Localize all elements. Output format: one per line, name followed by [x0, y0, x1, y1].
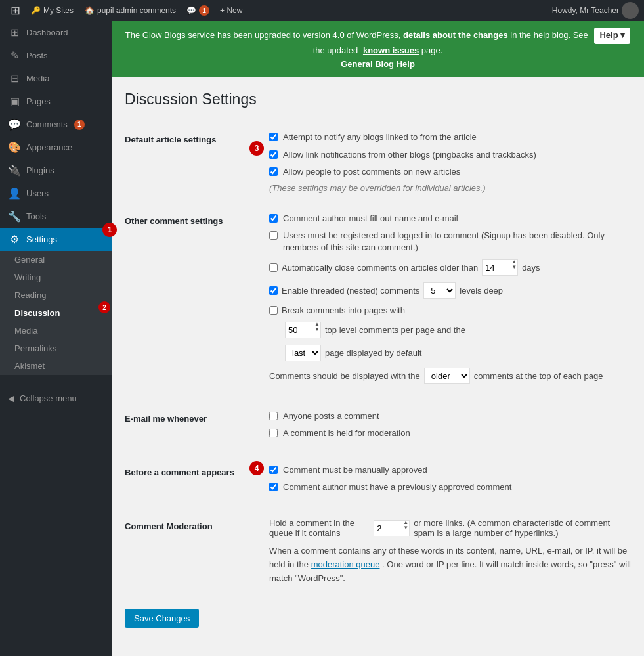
main-content: The Glow Blogs service has been upgraded…: [112, 21, 644, 656]
auto-close-label1: Automatically close comments on articles…: [282, 263, 478, 273]
notice-bar: The Glow Blogs service has been upgraded…: [112, 21, 644, 77]
anyone-posts-checkbox[interactable]: [269, 412, 278, 420]
links-count-input-wrap: ▲ ▼: [374, 520, 410, 536]
settings-submenu: General Writing Reading Discussion 2 Med…: [0, 251, 112, 375]
manually-approved-checkbox[interactable]: [269, 466, 278, 474]
sidebar-item-settings[interactable]: ⚙ Settings 1: [0, 228, 112, 251]
break-pages-checkbox[interactable]: [269, 306, 278, 315]
users-icon: 👤: [8, 187, 21, 200]
admin-bar: ⊞ 🔑 My Sites 🏠 pupil admin comments 💬 1 …: [0, 0, 644, 21]
moderation-queue-link[interactable]: moderation queue: [311, 559, 380, 569]
links-spinner-down[interactable]: ▼: [402, 525, 410, 531]
sidebar: ⊞ Dashboard ✎ Posts ⊟ Media ▣ Pages 💬 Co…: [0, 21, 112, 656]
sidebar-item-pages[interactable]: ▣ Pages: [0, 90, 112, 113]
save-changes-button[interactable]: [125, 609, 199, 628]
default-article-cell: 3 Attempt to notify any blogs linked to …: [269, 121, 631, 203]
collapse-icon: ◀: [8, 393, 14, 403]
registered-checkbox[interactable]: [269, 231, 278, 240]
checkbox-notify-blogs: Attempt to notify any blogs linked to fr…: [269, 131, 631, 143]
house-icon: 🏠: [85, 6, 95, 15]
allow-pingbacks-checkbox[interactable]: [269, 150, 278, 159]
threaded-depth-select[interactable]: 5 2 3 4 6 7 8 9 10: [423, 282, 456, 299]
held-moderation-checkbox[interactable]: [269, 429, 278, 437]
display-order-setting: Comments should be displayed with the ol…: [269, 368, 631, 384]
toplevel-comments-text: top level comments per page and the: [325, 325, 465, 335]
threaded-label2: levels deep: [460, 286, 503, 295]
sidebar-item-tools[interactable]: 🔧 Tools: [0, 205, 112, 228]
sidebar-item-dashboard[interactable]: ⊞ Dashboard: [0, 21, 112, 44]
moderation-links-text1: Hold a comment in the queue if it contai…: [269, 518, 370, 538]
other-comment-cell: Comment author must fill out name and e-…: [269, 203, 631, 401]
checkbox-prev-approved: Comment author must have a previously ap…: [269, 481, 631, 493]
email-whenever-cell: Anyone posts a comment A comment is held…: [269, 401, 631, 454]
article-settings-note: (These settings may be overridden for in…: [269, 183, 631, 193]
before-appears-heading: Before a comment appears: [125, 454, 269, 508]
dashboard-icon: ⊞: [8, 26, 21, 39]
checkbox-allow-comments: Allow people to post comments on new art…: [269, 166, 631, 178]
notify-blogs-label: Attempt to notify any blogs linked to fr…: [283, 131, 477, 143]
sidebar-item-plugins[interactable]: 🔌 Plugins: [0, 159, 112, 182]
submenu-item-permalinks[interactable]: Permalinks: [0, 339, 112, 357]
plugins-icon: 🔌: [8, 164, 21, 177]
notify-blogs-checkbox[interactable]: [269, 133, 278, 141]
settings-annotation-badge: 1: [102, 223, 117, 237]
sidebar-item-appearance[interactable]: 🎨 Appearance: [0, 136, 112, 159]
known-issues-link[interactable]: known issues: [363, 45, 419, 55]
pages-icon: ▣: [8, 95, 21, 108]
sidebar-item-comments[interactable]: 💬 Comments 1: [0, 113, 112, 136]
sidebar-item-posts[interactable]: ✎ Posts: [0, 44, 112, 67]
submenu-item-reading[interactable]: Reading: [0, 286, 112, 304]
anyone-posts-label: Anyone posts a comment: [283, 410, 379, 422]
submenu-item-discussion[interactable]: Discussion 2: [0, 304, 112, 322]
top-level-comments-setting: ▲ ▼ top level comments per page and the: [285, 322, 631, 338]
sidebar-item-users[interactable]: 👤 Users: [0, 182, 112, 205]
prev-approved-label: Comment author must have a previously ap…: [283, 481, 511, 493]
allow-comments-label: Allow people to post comments on new art…: [283, 166, 460, 178]
prev-approved-checkbox[interactable]: [269, 483, 278, 491]
comments-link[interactable]: 💬 1: [181, 5, 215, 16]
email-whenever-heading: E-mail me whenever: [125, 401, 269, 454]
help-btn[interactable]: Help ▾: [594, 28, 630, 44]
comment-moderation-heading: Comment Moderation: [125, 508, 269, 595]
display-order-select[interactable]: older newer: [424, 368, 470, 384]
allow-comments-checkbox[interactable]: [269, 167, 278, 176]
key-icon: 🔑: [31, 6, 41, 15]
allow-pingbacks-label: Allow link notifications from other blog…: [283, 149, 536, 161]
wp-logo-icon[interactable]: ⊞: [5, 3, 26, 18]
adminbar-right: Howdy, Mr Teacher: [552, 2, 639, 19]
break-pages-label: Break comments into pages with: [282, 305, 405, 315]
collapse-menu-button[interactable]: ◀ Collapse menu: [0, 388, 112, 408]
spinner-down[interactable]: ▼: [510, 265, 518, 270]
changes-link[interactable]: details about the changes: [403, 30, 508, 40]
page-default-setting: last first page displayed by default: [285, 345, 631, 361]
discussion-annotation-badge: 2: [98, 301, 110, 313]
sidebar-item-media[interactable]: ⊟ Media: [0, 67, 112, 90]
manually-approved-label: Comment must be manually approved: [283, 464, 427, 476]
toplevel-spinners: ▲ ▼: [313, 322, 321, 338]
auto-close-checkbox[interactable]: [269, 263, 278, 272]
general-blog-help-link[interactable]: General Blog Help: [341, 59, 415, 69]
checkbox-anyone-posts: Anyone posts a comment: [269, 410, 631, 422]
toplevel-spinner-down[interactable]: ▼: [313, 327, 321, 332]
submenu-item-writing[interactable]: Writing: [0, 269, 112, 286]
page-default-text: page displayed by default: [325, 348, 421, 358]
submenu-item-media-settings[interactable]: Media: [0, 322, 112, 339]
default-article-heading: Default article settings: [125, 121, 269, 203]
submenu-item-general[interactable]: General: [0, 251, 112, 269]
links-spinners: ▲ ▼: [402, 520, 410, 536]
settings-form-table: Default article settings 3 Attempt to no…: [125, 121, 631, 595]
submenu-item-akismet[interactable]: Akismet: [0, 357, 112, 375]
moderation-words-description: When a comment contains any of these wor…: [269, 544, 631, 585]
new-content-link[interactable]: + New: [215, 6, 247, 15]
default-article-row: Default article settings 3 Attempt to no…: [125, 121, 631, 203]
author-fill-label: Comment author must fill out name and e-…: [283, 213, 458, 225]
toplevel-input-wrap: ▲ ▼: [285, 322, 321, 338]
page-default-select[interactable]: last first: [285, 345, 321, 361]
author-fill-checkbox[interactable]: [269, 214, 278, 223]
my-sites-link[interactable]: 🔑 My Sites: [26, 6, 79, 15]
site-name-link[interactable]: 🏠 pupil admin comments: [79, 6, 181, 15]
break-pages-setting: Break comments into pages with: [269, 305, 631, 315]
checkbox-registered-only: Users must be registered and logged in t…: [269, 230, 631, 253]
comment-moderation-row: Comment Moderation Hold a comment in the…: [125, 508, 631, 595]
threaded-checkbox[interactable]: [269, 286, 278, 295]
